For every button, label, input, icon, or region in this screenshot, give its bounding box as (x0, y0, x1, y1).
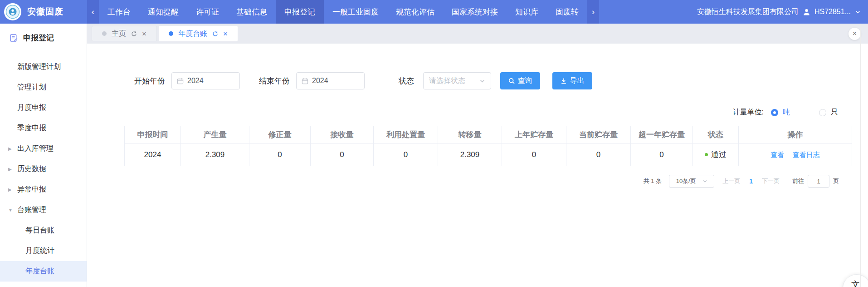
col-status: 状态 (693, 126, 739, 144)
pagination: 共 1 条 10条/页 上一页 1 下一页 前往 页 (124, 175, 839, 188)
cell-generated: 2.309 (181, 144, 249, 166)
sidebar-title: 申报登记 (23, 33, 54, 43)
sidebar-item-management-plan[interactable]: 管理计划 (0, 77, 87, 98)
tab-annual-ledger[interactable]: 年度台账 × (159, 26, 238, 41)
col-generated: 产生量 (181, 126, 249, 144)
collapsed-arrow-icon: ▶ (8, 146, 12, 151)
end-year-picker[interactable] (296, 72, 365, 89)
search-icon (508, 78, 515, 84)
filter-row: 开始年份 结束年份 状态 请选择状态 查询 (134, 72, 852, 89)
sidebar-item-daily-ledger[interactable]: 每日台账 (0, 220, 87, 241)
goto-prefix: 前往 (792, 177, 804, 185)
status-label: 状态 (399, 76, 414, 86)
app-title: 安徽固废 (27, 6, 63, 18)
cell-transferred: 2.309 (438, 144, 502, 166)
close-icon[interactable]: × (142, 30, 146, 38)
tab-home[interactable]: 主页 × (92, 26, 157, 41)
search-button[interactable]: 查询 (500, 72, 540, 89)
sidebar-item-quarterly-declaration[interactable]: 季度申报 (0, 118, 87, 139)
end-year-input[interactable] (312, 77, 355, 85)
goto-page-input[interactable] (808, 175, 829, 188)
main-content: 开始年份 结束年份 状态 请选择状态 查询 (87, 44, 868, 287)
user-chevron-down-icon[interactable] (855, 9, 861, 15)
sidebar-item-monthly-declaration[interactable]: 月度申报 (0, 98, 87, 118)
close-icon[interactable]: × (223, 30, 228, 38)
status-select[interactable]: 请选择状态 (423, 72, 491, 89)
chevron-right-icon: › (592, 7, 595, 17)
user-area: 安徽恒生科技发展集团有限公司 HS72851... (692, 0, 868, 24)
start-year-label: 开始年份 (134, 76, 165, 86)
page-size-select[interactable]: 10条/页 (669, 175, 714, 188)
chevron-left-icon: ‹ (92, 7, 94, 17)
user-code[interactable]: HS72851... (814, 8, 851, 16)
start-year-picker[interactable] (171, 72, 240, 89)
sidebar-item-abnormal-declaration[interactable]: ▶异常申报 (0, 179, 87, 200)
view-log-link[interactable]: 查看日志 (793, 151, 820, 158)
table-header-row: 申报时间 产生量 修正量 接收量 利用处置量 转移量 上年贮存量 当前贮存量 超… (125, 126, 852, 144)
nav-item-waste-transfer[interactable]: 固废转 (547, 0, 587, 24)
cell-status: 通过 (693, 144, 739, 166)
cell-current-storage: 0 (566, 144, 631, 166)
sidebar-header: 申报登记 (0, 24, 87, 52)
tab-label: 年度台账 (178, 29, 207, 39)
nav-item-notifications[interactable]: 通知提醒 (139, 0, 187, 24)
tab-dot-icon (102, 31, 107, 36)
top-navbar: 安徽固废 ‹ 工作台 通知提醒 许可证 基础信息 申报登记 一般工业固废 规范化… (0, 0, 868, 24)
col-actions: 操作 (739, 126, 852, 144)
col-current-storage: 当前贮存量 (566, 126, 631, 144)
prev-page-button[interactable]: 上一页 (722, 177, 740, 185)
sidebar: 申报登记 新版管理计划 管理计划 月度申报 季度申报 ▶出入库管理 ▶历史数据 … (0, 24, 87, 287)
nav-scroll-left-button[interactable]: ‹ (87, 0, 99, 24)
nav-item-basic-info[interactable]: 基础信息 (228, 0, 276, 24)
nav-item-license[interactable]: 许可证 (187, 0, 228, 24)
unit-radio-ton[interactable]: 吨 (771, 108, 790, 117)
export-button[interactable]: 导出 (552, 72, 592, 89)
sidebar-item-new-management-plan[interactable]: 新版管理计划 (0, 57, 87, 77)
sidebar-item-history-data[interactable]: ▶历史数据 (0, 159, 87, 179)
nav-scroll-right-button[interactable]: › (587, 0, 599, 24)
chevron-down-icon (479, 78, 485, 84)
nav-item-standard-assessment[interactable]: 规范化评估 (387, 0, 443, 24)
brand: 安徽固废 (0, 0, 87, 24)
app-logo-icon (4, 3, 21, 20)
next-page-button[interactable]: 下一页 (762, 177, 780, 185)
table-row: 2024 2.309 0 0 0 2.309 0 0 0 通过 (125, 144, 852, 166)
tab-label: 主页 (112, 29, 126, 39)
cell-over-year-storage: 0 (631, 144, 693, 166)
calendar-icon (302, 78, 308, 84)
close-all-tabs-button[interactable]: × (848, 28, 861, 40)
expanded-arrow-icon: ▼ (8, 208, 13, 213)
status-green-dot-icon (705, 153, 708, 156)
ledger-table: 申报时间 产生量 修正量 接收量 利用处置量 转移量 上年贮存量 当前贮存量 超… (124, 126, 852, 166)
sidebar-item-in-out-management[interactable]: ▶出入库管理 (0, 139, 87, 159)
refresh-icon[interactable] (131, 31, 137, 37)
nav-item-declaration[interactable]: 申报登记 (276, 0, 324, 24)
unit-radio-piece[interactable]: 只 (819, 108, 838, 117)
status-badge: 通过 (711, 149, 727, 160)
col-over-year-storage: 超一年贮存量 (631, 126, 693, 144)
cell-received: 0 (311, 144, 374, 166)
view-link[interactable]: 查看 (770, 151, 784, 158)
start-year-input[interactable] (187, 77, 230, 85)
cell-actions: 查看 查看日志 (739, 144, 852, 166)
close-icon: × (853, 30, 857, 38)
col-utilized-disposed: 利用处置量 (374, 126, 438, 144)
chevron-down-icon (702, 179, 707, 184)
col-corrected: 修正量 (249, 126, 311, 144)
col-received: 接收量 (311, 126, 374, 144)
refresh-icon[interactable] (212, 31, 218, 37)
sidebar-item-monthly-stats[interactable]: 月度统计 (0, 241, 87, 261)
collapsed-arrow-icon: ▶ (8, 167, 12, 172)
nav-item-knowledge-base[interactable]: 知识库 (507, 0, 547, 24)
sidebar-menu: 新版管理计划 管理计划 月度申报 季度申报 ▶出入库管理 ▶历史数据 ▶异常申报… (0, 52, 87, 282)
current-page[interactable]: 1 (749, 178, 753, 185)
unit-row: 计量单位: 吨 只 (124, 108, 838, 117)
radio-unselected-icon (819, 109, 826, 116)
status-placeholder: 请选择状态 (429, 76, 465, 86)
nav-item-general-industrial-waste[interactable]: 一般工业固废 (324, 0, 387, 24)
nav-item-national-system[interactable]: 国家系统对接 (443, 0, 507, 24)
sidebar-item-ledger-management[interactable]: ▼台账管理 (0, 200, 87, 220)
total-count: 共 1 条 (644, 177, 662, 185)
sidebar-item-annual-ledger[interactable]: 年度台账 (0, 261, 87, 282)
nav-item-workbench[interactable]: 工作台 (99, 0, 139, 24)
